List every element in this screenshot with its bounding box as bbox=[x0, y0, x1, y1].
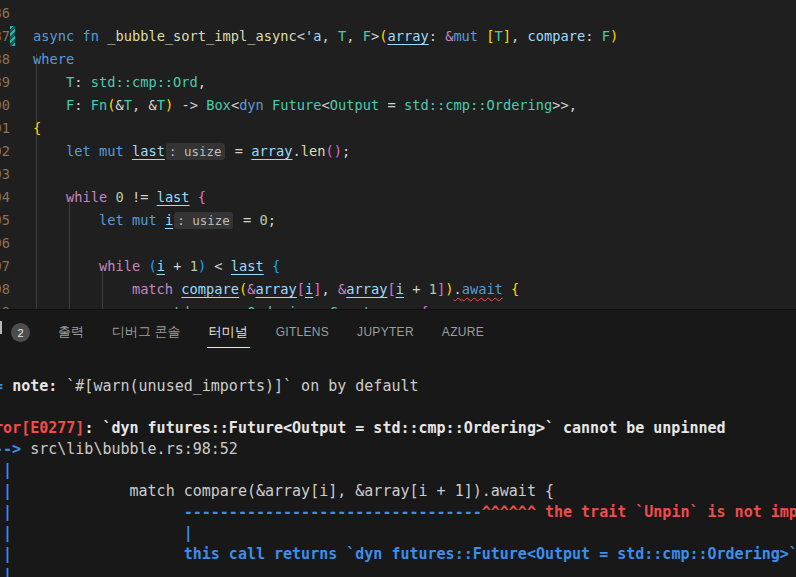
line-number: 95 bbox=[0, 209, 10, 232]
line-number: 99 bbox=[0, 301, 10, 309]
terminal-line: --> src\lib\bubble.rs:98:52 bbox=[0, 439, 796, 460]
terminal-line: | this call returns `dyn futures::Future… bbox=[0, 544, 796, 565]
code-line: let mut i: usize = 0; bbox=[33, 209, 276, 232]
line-number: 86 bbox=[0, 2, 10, 25]
line-number: 93 bbox=[0, 163, 10, 186]
terminal-line: | ---------------------------------^^^^^… bbox=[0, 502, 796, 523]
vscode-window: 8687888990919293949596979899 async fn _b… bbox=[0, 0, 796, 577]
line-number: 91 bbox=[0, 117, 10, 140]
tab-label: 디버그 콘솔 bbox=[110, 318, 183, 347]
editor[interactable]: 8687888990919293949596979899 async fn _b… bbox=[0, 0, 796, 309]
terminal-line: = note: `#[warn(unused_imports)]` on by … bbox=[0, 376, 796, 397]
line-number: 94 bbox=[0, 186, 10, 209]
tab-label: GITLENS bbox=[274, 320, 331, 345]
tab-label: 출력 bbox=[56, 318, 86, 347]
code-line: let mut last: usize = array.len(); bbox=[33, 140, 350, 163]
panel-tab-jupyter[interactable]: JUPYTER bbox=[343, 320, 428, 345]
line-number: 98 bbox=[0, 278, 10, 301]
panel-tab-bar[interactable]: 2 출력디버그 콘솔터미널GITLENSJUPYTERAZURE bbox=[0, 310, 796, 355]
line-number: 88 bbox=[0, 48, 10, 71]
code-line: async fn _bubble_sort_impl_async<'a, T, … bbox=[33, 25, 618, 48]
panel-tab-azure[interactable]: AZURE bbox=[428, 320, 498, 345]
tab-label: JUPYTER bbox=[355, 320, 416, 345]
terminal-line: | | bbox=[0, 523, 796, 544]
panel-tab-terminal[interactable]: 터미널 bbox=[195, 318, 262, 348]
line-number: 87 bbox=[0, 25, 10, 48]
tab-label: AZURE bbox=[440, 320, 486, 345]
terminal-line: 98 | match compare(&array[i], &array[i +… bbox=[0, 481, 796, 502]
bottom-panel: 2 출력디버그 콘솔터미널GITLENSJUPYTERAZURE | = not… bbox=[0, 309, 796, 577]
git-modified-gutter-indicator bbox=[10, 26, 15, 46]
code-line: T: std::cmp::Ord, bbox=[33, 71, 206, 94]
hint-dots: ··· bbox=[202, 291, 224, 301]
code-line: while (i + 1) < last { bbox=[33, 255, 280, 278]
line-number: 96 bbox=[0, 232, 10, 255]
terminal-line: | bbox=[0, 565, 796, 577]
code-line: where bbox=[33, 48, 74, 71]
code-line: match compare(&array[i], &array[i + 1]).… bbox=[33, 278, 519, 301]
terminal-line: | bbox=[0, 460, 796, 481]
line-number: 89 bbox=[0, 71, 10, 94]
line-number: 97 bbox=[0, 255, 10, 278]
code-line: std::cmp::Ordering::Greater => { bbox=[33, 301, 429, 309]
line-number: 90 bbox=[0, 94, 10, 117]
tab-label: 터미널 bbox=[207, 318, 250, 348]
code-line: while 0 != last { bbox=[33, 186, 206, 209]
terminal-line bbox=[0, 397, 796, 418]
line-number: 92 bbox=[0, 140, 10, 163]
panel-tab-output[interactable]: 출력 bbox=[44, 318, 98, 347]
panel-tab-gitlens[interactable]: GITLENS bbox=[262, 320, 343, 345]
terminal-line: error[E0277]: `dyn futures::Future<Outpu… bbox=[0, 418, 796, 439]
problems-count-badge[interactable]: 2 bbox=[11, 323, 30, 342]
code-line: F: Fn(&T, &T) -> Box<dyn Future<Output =… bbox=[33, 94, 577, 117]
panel-tab-debug-console[interactable]: 디버그 콘솔 bbox=[98, 318, 195, 347]
terminal-line: | bbox=[0, 355, 796, 376]
code-line: { bbox=[33, 117, 41, 140]
